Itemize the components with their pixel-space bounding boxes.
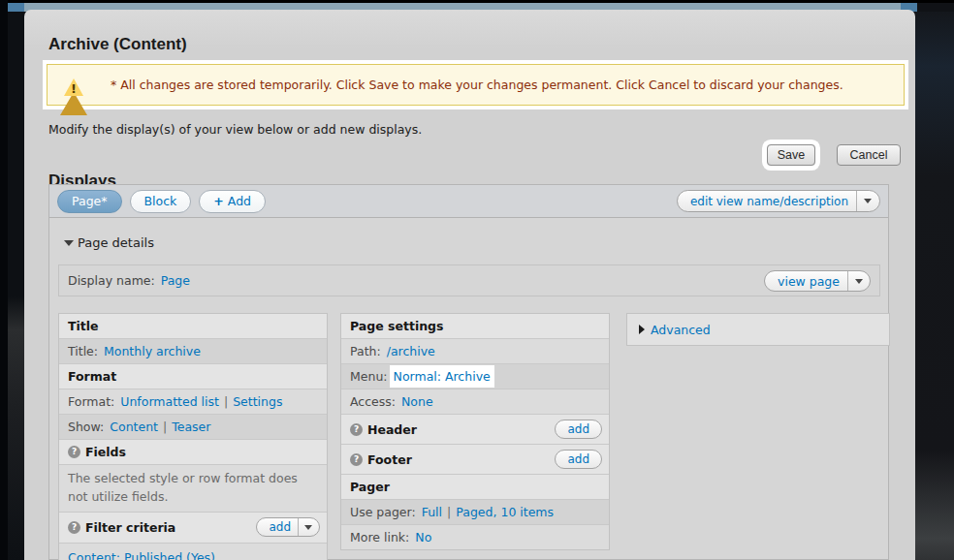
filter-criteria-header: Filter criteria: [85, 520, 175, 535]
plus-icon: +: [213, 194, 223, 208]
page-settings-header: Page settings: [350, 319, 443, 333]
format-value-link[interactable]: Unformatted list: [120, 394, 219, 409]
use-pager-row: Use pager: Full | Paged, 10 items: [341, 499, 609, 524]
footer-add-button[interactable]: add: [555, 450, 602, 469]
background-accent-left: [8, 3, 24, 12]
separator: |: [447, 505, 451, 519]
dimmed-page-left: [8, 12, 24, 560]
warning-exclamation: [60, 81, 87, 96]
path-value-link[interactable]: /archive: [387, 344, 435, 358]
page-settings-column: Page settings Path: /archive Menu: Norma…: [340, 313, 610, 550]
format-label: Format:: [68, 394, 114, 409]
chevron-down-icon: [864, 199, 872, 203]
fields-header-row: ? Fields: [59, 439, 327, 464]
edit-view-name-label: edit view name/description: [690, 195, 848, 208]
display-name-label: Display name:: [68, 273, 155, 288]
title-header-row: Title: [59, 314, 327, 338]
show-label: Show:: [68, 420, 104, 434]
dimmed-page-right: [915, 12, 954, 560]
pager-header-row: Pager: [341, 474, 609, 499]
menu-label: Menu:: [350, 369, 388, 384]
header-section-label: Header: [367, 422, 417, 437]
help-icon[interactable]: ?: [350, 423, 363, 436]
collapse-triangle-icon: [64, 240, 74, 246]
warning-icon: [60, 74, 87, 97]
format-header: Format: [68, 369, 116, 384]
page-details-toggle[interactable]: Page details: [64, 235, 154, 250]
display-tabs-row: Page* Block + Add edit view name/descrip…: [49, 185, 888, 218]
show-content-link[interactable]: Content: [110, 420, 158, 434]
pager-header: Pager: [350, 480, 390, 494]
tab-page[interactable]: Page*: [57, 190, 122, 213]
advanced-toggle-link[interactable]: Advanced: [651, 323, 711, 337]
admin-overlay: Archive (Content) * All changes are stor…: [24, 10, 915, 560]
dropdown-arrow-box[interactable]: [856, 191, 872, 211]
displays-panel: Page* Block + Add edit view name/descrip…: [48, 184, 889, 560]
title-header: Title: [68, 319, 99, 333]
filter-add-dropdown[interactable]: add: [256, 517, 320, 537]
filter-add-arrow-box[interactable]: [298, 518, 312, 536]
show-setting-row: Show: Content | Teaser: [59, 414, 327, 439]
add-display-button[interactable]: + Add: [199, 190, 266, 213]
add-display-label: Add: [228, 194, 251, 208]
filter-add-label: add: [269, 520, 291, 534]
filter-published-link[interactable]: Content: Published (Yes): [68, 550, 215, 560]
title-value-link[interactable]: Monthly archive: [104, 344, 201, 358]
more-link-label: More link:: [350, 530, 409, 544]
cancel-button[interactable]: Cancel: [837, 144, 901, 166]
header-section-row: ? Header add: [341, 414, 609, 444]
path-label: Path:: [350, 344, 381, 358]
title-column: Title Title: Monthly archive Format Form…: [58, 313, 328, 560]
separator: |: [224, 394, 228, 409]
fields-header: Fields: [85, 445, 126, 459]
more-link-value-link[interactable]: No: [415, 530, 431, 544]
use-pager-full-link[interactable]: Full: [422, 505, 442, 519]
advanced-column[interactable]: Advanced: [626, 313, 890, 346]
format-header-row: Format: [59, 363, 327, 389]
help-icon[interactable]: ?: [68, 521, 80, 534]
page-title: Archive (Content): [48, 35, 187, 54]
help-icon[interactable]: ?: [68, 446, 80, 458]
use-pager-label: Use pager:: [350, 505, 416, 519]
fields-note-row: The selected style or row format does no…: [59, 464, 327, 512]
title-label: Title:: [68, 344, 98, 358]
menu-value-link[interactable]: Normal: Archive: [394, 369, 491, 384]
view-page-label: view page: [778, 274, 840, 289]
chevron-down-icon: [855, 279, 863, 284]
format-settings-link[interactable]: Settings: [233, 394, 282, 409]
access-label: Access:: [350, 394, 396, 409]
save-button[interactable]: Save: [767, 144, 815, 166]
separator: |: [163, 420, 167, 434]
access-setting-row: Access: None: [341, 389, 609, 414]
show-teaser-link[interactable]: Teaser: [172, 420, 210, 434]
header-add-button[interactable]: add: [555, 420, 602, 439]
menu-setting-row: Menu: Normal: Archive: [341, 363, 609, 389]
intro-text: Modify the display(s) of your view below…: [48, 122, 422, 137]
view-page-arrow-box[interactable]: [847, 271, 863, 291]
use-pager-items-link[interactable]: Paged, 10 items: [456, 505, 554, 519]
edit-view-name-dropdown[interactable]: edit view name/description: [677, 190, 880, 212]
warning-text: * All changes are stored temporarily. Cl…: [111, 78, 843, 92]
filter-criteria-header-row: ? Filter criteria add: [59, 512, 327, 543]
tab-block[interactable]: Block: [130, 190, 192, 213]
format-setting-row: Format: Unformatted list | Settings: [59, 389, 327, 414]
warning-message-box: * All changes are stored temporarily. Cl…: [47, 64, 905, 106]
page-details-label: Page details: [78, 235, 154, 250]
path-setting-row: Path: /archive: [341, 338, 609, 363]
title-setting-row: Title: Monthly archive: [59, 338, 327, 363]
page-settings-header-row: Page settings: [341, 314, 609, 338]
display-name-bar: Display name: Page view page: [58, 264, 880, 296]
dimmed-page-edge-left: [0, 0, 8, 560]
footer-section-row: ? Footer add: [341, 444, 609, 474]
footer-section-label: Footer: [367, 452, 412, 467]
chevron-down-icon: [304, 525, 312, 530]
more-link-row: More link: No: [341, 524, 609, 549]
display-name-link[interactable]: Page: [161, 273, 190, 288]
access-value-link[interactable]: None: [401, 394, 433, 409]
expand-triangle-icon: [639, 325, 645, 334]
view-page-dropdown[interactable]: view page: [764, 270, 871, 292]
help-icon[interactable]: ?: [350, 453, 363, 466]
filter-row: Content: Published (Yes): [59, 543, 327, 560]
